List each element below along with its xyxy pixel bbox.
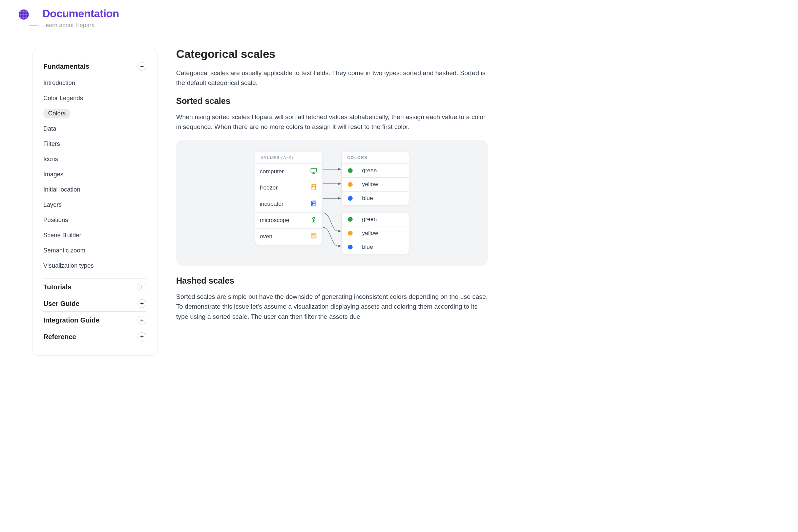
- section-tutorials[interactable]: Tutorials +: [43, 278, 146, 295]
- values-card: VALUES (A-Z) computer freezer incubator: [255, 152, 323, 245]
- swatch-blue: [348, 245, 352, 249]
- plus-icon[interactable]: +: [138, 283, 146, 291]
- svg-point-14: [312, 234, 313, 234]
- swatch-green: [348, 217, 352, 222]
- svg-marker-21: [338, 168, 341, 171]
- section-title: User Guide: [43, 300, 79, 308]
- nav-item-data[interactable]: Data: [43, 121, 146, 136]
- sorted-scales-diagram: VALUES (A-Z) computer freezer incubator: [176, 140, 488, 266]
- nav-item-scene-builder[interactable]: Scene Builder: [43, 228, 146, 243]
- nav-item-images[interactable]: Images: [43, 167, 146, 182]
- svg-marker-25: [338, 245, 341, 247]
- nav-item-semantic-zoom[interactable]: Semantic zoom: [43, 243, 146, 258]
- values-header: VALUES (A-Z): [255, 152, 322, 164]
- swatch-yellow: [348, 182, 352, 187]
- content: Categorical scales Categorical scales ar…: [163, 35, 508, 330]
- color-row-green: green: [342, 164, 409, 178]
- nav-item-filters[interactable]: Filters: [43, 136, 146, 152]
- nav-item-color-legends[interactable]: Color Legends: [43, 91, 146, 106]
- microscope-icon: [310, 216, 318, 225]
- freezer-icon: [310, 184, 318, 193]
- heading-hashed-scales: Hashed scales: [176, 276, 488, 286]
- nav-item-colors[interactable]: Colors: [43, 106, 146, 121]
- title-block: Documentation Learn about Hopara: [42, 7, 119, 29]
- heading-sorted-scales: Sorted scales: [176, 96, 488, 106]
- svg-marker-23: [338, 197, 341, 200]
- plus-icon[interactable]: +: [138, 299, 146, 308]
- mapping-arrows: [323, 162, 341, 270]
- heading-categorical-scales: Categorical scales: [176, 48, 488, 61]
- nav-item-icons[interactable]: Icons: [43, 152, 146, 167]
- oven-icon: [310, 232, 318, 241]
- colors-header: COLORS: [342, 152, 409, 164]
- section-integration-guide[interactable]: Integration Guide +: [43, 311, 146, 328]
- nav-item-positions[interactable]: Positions: [43, 212, 146, 228]
- value-row-microscope: microscope: [255, 212, 322, 229]
- topbar: Documentation Learn about Hopara: [0, 0, 798, 35]
- value-row-oven: oven: [255, 229, 322, 245]
- page-title[interactable]: Documentation: [42, 7, 119, 20]
- section-title: Integration Guide: [43, 317, 99, 324]
- svg-rect-5: [312, 185, 316, 190]
- svg-point-16: [314, 234, 314, 234]
- plus-icon[interactable]: +: [138, 332, 146, 341]
- value-row-freezer: freezer: [255, 180, 322, 196]
- svg-marker-22: [338, 183, 341, 185]
- section-fundamentals[interactable]: Fundamentals −: [43, 58, 146, 74]
- section-title: Reference: [43, 333, 76, 341]
- nav-item-introduction[interactable]: Introduction: [43, 75, 146, 91]
- swatch-yellow: [348, 231, 352, 235]
- svg-rect-10: [312, 202, 315, 204]
- minus-icon[interactable]: −: [138, 62, 146, 71]
- section-reference[interactable]: Reference +: [43, 328, 146, 344]
- svg-point-11: [312, 204, 313, 205]
- paragraph: When using sorted scales Hopara will sor…: [176, 112, 488, 132]
- value-row-incubator: incubator: [255, 196, 322, 212]
- brand-logo: [19, 10, 29, 20]
- section-title: Fundamentals: [43, 63, 89, 70]
- tagline: Learn about Hopara: [42, 22, 95, 29]
- svg-marker-24: [338, 230, 341, 232]
- nav-item-initial-location[interactable]: Initial location: [43, 182, 146, 197]
- section-user-guide[interactable]: User Guide +: [43, 295, 146, 311]
- value-row-computer: computer: [255, 164, 322, 180]
- incubator-icon: [310, 200, 318, 209]
- plus-icon[interactable]: +: [138, 316, 146, 325]
- color-row-yellow: yellow: [342, 226, 409, 240]
- sidebar: Fundamentals − Introduction Color Legend…: [32, 49, 158, 356]
- swatch-green: [348, 168, 352, 173]
- nav-item-visualization-types[interactable]: Visualization types: [43, 258, 146, 273]
- colors-card-2: green yellow blue: [341, 212, 409, 254]
- color-row-blue: blue: [342, 240, 409, 254]
- section-title: Tutorials: [43, 283, 71, 291]
- nav-item-layers[interactable]: Layers: [43, 197, 146, 212]
- color-row-blue: blue: [342, 192, 409, 205]
- colors-card-1: COLORS green yellow blue: [341, 152, 409, 205]
- color-row-green: green: [342, 212, 409, 226]
- computer-icon: [310, 167, 318, 176]
- svg-rect-17: [312, 236, 315, 237]
- paragraph: Sorted scales are simple but have the do…: [176, 292, 488, 322]
- swatch-blue: [348, 196, 352, 201]
- paragraph: Categorical scales are usually applicabl…: [176, 68, 488, 88]
- svg-rect-2: [311, 168, 317, 172]
- color-row-yellow: yellow: [342, 178, 409, 192]
- nav-items-fundamentals: Introduction Color Legends Colors Data F…: [43, 74, 146, 278]
- svg-point-15: [313, 234, 314, 234]
